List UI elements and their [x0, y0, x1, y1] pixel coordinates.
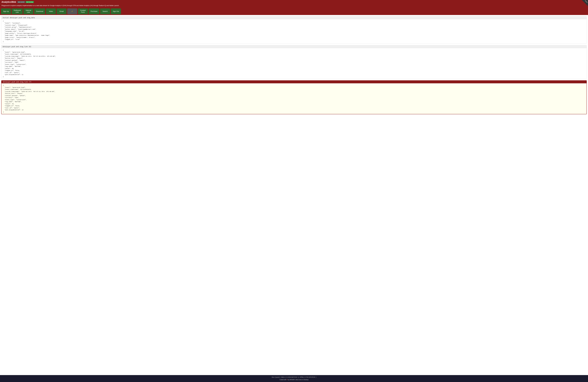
code-label-1: Initial dataLayer.push and utag_data: [1, 16, 587, 19]
github-label: GitHub: [585, 0, 588, 3]
badge-group: last commit last monday: [17, 1, 34, 3]
code-block-3: dataLayer.push and utag.link [7] { "even…: [1, 80, 587, 114]
nav-btn-download[interactable]: Download: [34, 8, 45, 14]
nav-btn-internal-link[interactable]: InternalLink: [23, 8, 33, 14]
main-content: Initial dataLayer.push and utag_data { "…: [0, 15, 588, 375]
env-label: Env->[ prod ] |: [272, 376, 280, 379]
code-body-3: { "event": "generated_lead", "event_time…: [1, 83, 587, 114]
nav-btn-outbound-link[interactable]: OutboundLink: [12, 8, 23, 14]
nav-btn-sign-up[interactable]: Sign Up: [1, 8, 11, 14]
code-body-2: { "event": "generated_lead", "event_time…: [1, 48, 587, 79]
badge-commit: last commit: [17, 1, 25, 3]
code-block-1: Initial dataLayer.push and utag_data { "…: [1, 16, 587, 44]
app-title: AnalyticsWeb: [1, 1, 16, 3]
nav-btn-checkmark[interactable]: ✓: [67, 8, 77, 14]
main-nav: Sign Up OutboundLink InternalLink Downlo…: [0, 8, 588, 15]
nav-btn-purchase[interactable]: Purchase: [89, 8, 99, 14]
ga4-label: GA4->[: [281, 376, 285, 379]
nav-btn-contact-form[interactable]: ContactForm: [78, 8, 88, 14]
best-view-text: Best view in Desktop: [296, 379, 309, 380]
page-description: Playground to explore analytics implemen…: [0, 4, 588, 8]
nav-btn-sign-out[interactable]: Sign Out: [111, 8, 121, 14]
code-block-2: dataLayer.push and utag.link [6] { "even…: [1, 45, 587, 79]
by-text: by ARSARI: [288, 379, 295, 380]
gtm-close: ]: [316, 376, 316, 379]
coded-text: Coded with: [279, 379, 287, 380]
code-label-2: dataLayer.push and utag.link [6]: [1, 45, 587, 48]
ga4-link[interactable]: G-K9GKNM79XW: [286, 376, 297, 379]
code-body-1: { "event": "initData", "content_type": "…: [1, 19, 587, 44]
ga4-close: ] |: [298, 376, 299, 379]
gtm-label: GTM->[: [300, 376, 305, 379]
nav-btn-email[interactable]: Email: [57, 8, 66, 14]
nav-btn-video[interactable]: Video: [46, 8, 56, 14]
page-footer: Env->[ prod ] | GA4->[ G-K9GKNM79XW ] | …: [0, 375, 588, 382]
heart-icon: ♥: [287, 379, 288, 380]
gtm-link[interactable]: GTM-59FGRVM: [305, 376, 315, 379]
code-label-3: dataLayer.push and utag.link [7]: [1, 81, 587, 83]
footer-credit: Coded with ♥ by ARSARI | Best view in De…: [1, 379, 587, 381]
badge-monday: last monday: [26, 1, 34, 3]
env-line: Env->[ prod ] | GA4->[ G-K9GKNM79XW ] | …: [1, 376, 587, 379]
app-header: AnalyticsWeb last commit last monday Git…: [0, 0, 588, 4]
nav-btn-search[interactable]: Search: [100, 8, 110, 14]
github-corner[interactable]: GitHub: [582, 0, 588, 6]
